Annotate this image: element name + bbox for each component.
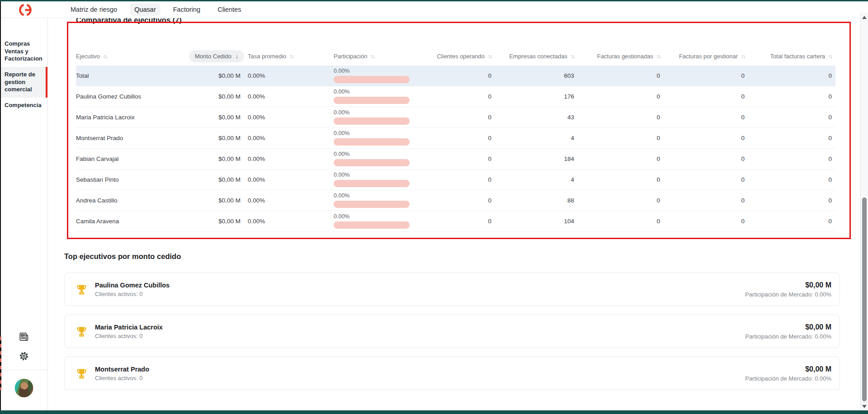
cell-empresas-conectadas: 184 (495, 149, 578, 169)
nav-item-quasar[interactable]: Quasar (130, 3, 160, 16)
top-executives-title: Top ejecutivos por monto cedido (64, 252, 181, 261)
participation-bar (334, 159, 410, 166)
cell-participacion: 0.00% (334, 211, 420, 232)
table-title: Comparativa de ejecutivos (7) (76, 18, 182, 24)
newspaper-icon[interactable] (18, 331, 30, 343)
vertical-scrollbar[interactable] (860, 13, 868, 410)
cell-clientes-operando: 0 (420, 190, 495, 211)
sidebar-divider (0, 370, 47, 370)
participation-value: 0.00% (334, 109, 420, 116)
table-row[interactable]: Montserrat Prado $0,00 M 0.00% 0.00% 0 4… (76, 128, 835, 149)
cell-facturas-gestionadas: 0 (578, 149, 664, 169)
table-row[interactable]: Andrea Castillo $0,00 M 0.00% 0.00% 0 88… (76, 190, 835, 211)
nav-item-matriz-de-riesgo[interactable]: Matriz de riesgo (66, 3, 122, 16)
top-executive-card[interactable]: Montserrat Prado Clientes activos: 0 $0,… (64, 357, 840, 390)
cell-tasa-promedio: 0.00% (248, 190, 334, 211)
executive-name: Paulina Gomez Cubillos (95, 282, 170, 289)
brand-logo-icon[interactable] (18, 3, 33, 17)
top-executives-list: Paulina Gomez Cubillos Clientes activos:… (64, 273, 840, 390)
table-row[interactable]: Total $0,00 M 0.00% 0.00% 0 603 0 0 0 (76, 66, 835, 86)
nav-item-factoring[interactable]: Factoring (169, 3, 205, 16)
sort-both-icon: ↑↓ (656, 53, 660, 60)
col-header-empresas-conectadas[interactable]: Empresas conectadas↑↓ (495, 47, 578, 66)
participation-value: 0.00% (334, 89, 420, 95)
table-row[interactable]: Paulina Gomez Cubillos $0,00 M 0.00% 0.0… (76, 86, 835, 107)
cell-monto-cedido: $0,00 M (189, 86, 248, 107)
col-label: Clientes operando (437, 53, 485, 60)
cell-tasa-promedio: 0.00% (248, 149, 334, 169)
user-avatar[interactable] (14, 379, 33, 397)
scrollbar-thumb[interactable] (862, 198, 867, 401)
cell-tasa-promedio: 0.00% (248, 86, 334, 107)
window-top-border (0, 0, 868, 1)
cell-monto-cedido: $0,00 M (189, 128, 248, 149)
cell-clientes-operando: 0 (420, 149, 495, 169)
col-header-tasa-promedio[interactable]: Tasa promedio↑↓ (248, 47, 334, 66)
table-row[interactable]: Maria Patricia Lacroix $0,00 M 0.00% 0.0… (76, 107, 835, 128)
cell-empresas-conectadas: 603 (495, 66, 578, 86)
cell-clientes-operando: 0 (420, 211, 495, 232)
cell-tasa-promedio: 0.00% (248, 169, 334, 190)
col-header-participacion[interactable]: Participación↑↓ (334, 47, 420, 66)
cell-clientes-operando: 0 (420, 107, 495, 128)
cell-participacion: 0.00% (334, 190, 420, 211)
sort-both-icon: ↑↓ (741, 53, 745, 60)
cell-facturas-gestionadas: 0 (578, 169, 664, 190)
card-text: Maria Patricia Lacroix Clientes activos:… (95, 324, 163, 339)
active-clients-label: Clientes activos: 0 (95, 333, 163, 339)
participation-bar (334, 221, 410, 229)
sort-both-icon: ↑↓ (488, 53, 491, 60)
executive-name: Maria Patricia Lacroix (95, 324, 163, 331)
col-header-facturas-por-gestionar[interactable]: Facturas por gestionar↑↓ (664, 47, 748, 66)
col-label: Monto Cedido (195, 53, 231, 60)
cell-ejecutivo: Maria Patricia Lacroix (76, 107, 189, 128)
col-label: Ejecutivo (76, 53, 100, 60)
cell-total-facturas-cartera: 0 (748, 211, 835, 232)
cell-monto-cedido: $0,00 M (189, 190, 248, 211)
cell-monto-cedido: $0,00 M (189, 66, 248, 86)
col-label: Participación (334, 53, 367, 60)
col-header-total-facturas-cartera[interactable]: Total facturas cartera↑↓ (748, 47, 835, 66)
cell-tasa-promedio: 0.00% (248, 211, 334, 232)
card-metrics: $0,00 M Participación de Mercado: 0.00% (745, 365, 831, 382)
table-row[interactable]: Camila Aravena $0,00 M 0.00% 0.00% 0 104… (76, 211, 835, 232)
executive-name: Montserrat Prado (95, 366, 149, 373)
ceded-amount: $0,00 M (745, 281, 831, 289)
sidebar-item-reporte-gestion-comercial[interactable]: Reporte de gestion comercial (0, 67, 47, 98)
col-header-monto-cedido[interactable]: Monto Cedido↓ (189, 47, 248, 66)
cell-facturas-por-gestionar: 0 (664, 211, 748, 232)
cell-tasa-promedio: 0.00% (248, 128, 334, 149)
col-header-clientes-operando[interactable]: Clientes operando↑↓ (420, 47, 495, 66)
table-row[interactable]: Sebastian Pinto $0,00 M 0.00% 0.00% 0 4 … (76, 169, 835, 190)
gear-icon[interactable] (18, 350, 30, 362)
col-header-ejecutivo[interactable]: Ejecutivo↑↓ (76, 47, 189, 66)
cell-empresas-conectadas: 4 (495, 128, 578, 149)
cell-clientes-operando: 0 (420, 86, 495, 107)
cell-empresas-conectadas: 88 (495, 190, 578, 211)
cell-empresas-conectadas: 176 (495, 86, 578, 107)
col-header-facturas-gestionadas[interactable]: Facturas gestionadas↑↓ (578, 47, 664, 66)
ceded-amount: $0,00 M (745, 323, 831, 331)
cell-facturas-por-gestionar: 0 (664, 66, 748, 86)
sidebar-item-compras-ventas-factorizacion[interactable]: Compras Ventas y Factorizacion (0, 36, 47, 67)
cell-ejecutivo: Sebastian Pinto (76, 169, 189, 190)
cell-total-facturas-cartera: 0 (748, 107, 835, 128)
top-nav: Matriz de riesgo Quasar Factoring Client… (0, 1, 868, 18)
scroll-up-arrow-icon[interactable] (862, 16, 867, 19)
sort-both-icon: ↑↓ (370, 53, 374, 60)
top-executive-card[interactable]: Paulina Gomez Cubillos Clientes activos:… (64, 273, 840, 306)
sidebar-item-competencia[interactable]: Competencia (0, 98, 47, 113)
cell-facturas-gestionadas: 0 (578, 86, 664, 107)
top-executive-card[interactable]: Maria Patricia Lacroix Clientes activos:… (64, 315, 840, 348)
cell-facturas-por-gestionar: 0 (664, 128, 748, 149)
cell-facturas-por-gestionar: 0 (664, 190, 748, 211)
scroll-down-arrow-icon[interactable] (862, 405, 867, 408)
window-bottom-border (0, 410, 868, 414)
card-text: Montserrat Prado Clientes activos: 0 (95, 366, 149, 381)
trophy-icon (75, 367, 88, 380)
table-row[interactable]: Fabian Carvajal $0,00 M 0.00% 0.00% 0 18… (76, 149, 835, 169)
nav-item-clientes[interactable]: Clientes (213, 3, 245, 16)
cell-total-facturas-cartera: 0 (748, 190, 835, 211)
cell-facturas-gestionadas: 0 (578, 128, 664, 149)
cell-ejecutivo: Fabian Carvajal (76, 149, 189, 169)
